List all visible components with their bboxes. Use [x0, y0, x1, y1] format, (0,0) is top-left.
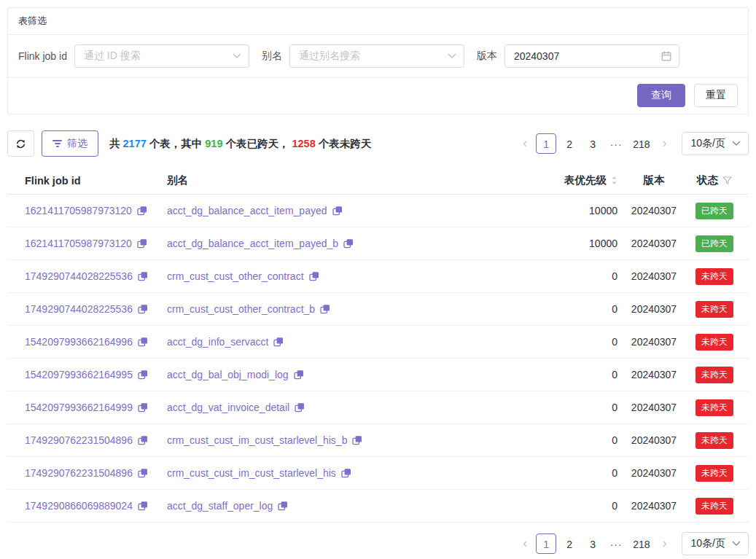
page-button-2[interactable]: 2 [559, 533, 580, 554]
flink-job-id-link[interactable]: 1542097993662164995 [25, 369, 133, 380]
flink-job-id-link[interactable]: 1542097993662164999 [25, 402, 133, 413]
copy-icon[interactable] [309, 271, 319, 281]
filter-funnel-icon[interactable] [722, 176, 732, 185]
column-header-status-label: 状态 [697, 173, 718, 187]
copy-icon[interactable] [278, 501, 288, 511]
page-button-1[interactable]: 1 [536, 533, 556, 554]
sort-icon[interactable] [611, 176, 617, 184]
copy-icon[interactable] [137, 206, 147, 216]
column-header-priority-label: 表优先级 [564, 173, 607, 187]
copy-icon[interactable] [137, 238, 147, 249]
alias-link[interactable]: crm_cust_cust_im_cust_starlevel_his_b [167, 434, 347, 446]
cell-flink-job-id: 1749290866069889024 [17, 500, 167, 512]
cell-priority: 0 [530, 434, 617, 446]
filter-panel: 表筛选 Flink job id 通过 ID 搜索 别名 通过别名搜索 版本 [7, 7, 749, 114]
data-table: Flink job id 别名 表优先级 版本 状态 1621411705987… [7, 167, 749, 523]
cell-priority: 10000 [530, 205, 617, 216]
refresh-button[interactable] [7, 130, 34, 157]
alias-link[interactable]: acct_dg_balance_acct_item_payed [167, 205, 327, 216]
cell-priority: 0 [530, 467, 617, 479]
query-button[interactable]: 查询 [637, 84, 685, 107]
copy-icon[interactable] [295, 402, 305, 413]
page-ellipsis[interactable]: ··· [606, 533, 626, 554]
cell-flink-job-id: 1542097993662164996 [17, 336, 167, 348]
alias-placeholder: 通过别名搜索 [299, 50, 448, 63]
cell-priority: 0 [530, 369, 617, 380]
page-button-1[interactable]: 1 [536, 133, 556, 154]
flink-job-id-select[interactable]: 通过 ID 搜索 [74, 44, 249, 68]
alias-link[interactable]: crm_cust_cust_other_contract_b [167, 303, 315, 315]
flink-job-id-link[interactable]: 1749290744028225536 [25, 303, 133, 315]
copy-icon[interactable] [352, 435, 362, 445]
flink-job-id-link[interactable]: 1621411705987973120 [25, 205, 132, 216]
summary-total-count: 2177 [123, 138, 147, 149]
copy-icon[interactable] [138, 501, 148, 511]
filter-toolbar-button[interactable]: 筛选 [42, 130, 98, 157]
copy-icon[interactable] [320, 304, 330, 314]
alias-link[interactable]: acct_dg_balance_acct_item_payed_b [167, 238, 338, 249]
flink-job-id-link[interactable]: 1749290866069889024 [25, 500, 133, 512]
page-button-2[interactable]: 2 [559, 133, 580, 154]
column-header-flink-job-id: Flink job id [17, 175, 167, 187]
flink-job-id-link[interactable]: 1621411705987973120 [25, 238, 132, 249]
page-size-select[interactable]: 10条/页 [682, 132, 749, 155]
status-badge: 未跨天 [695, 465, 733, 482]
flink-job-id-link[interactable]: 1749290762231504896 [25, 434, 133, 446]
summary-text: 共 [109, 138, 120, 149]
alias-select[interactable]: 通过别名搜索 [289, 44, 464, 68]
cell-version: 20240307 [617, 205, 690, 216]
page-button-3[interactable]: 3 [582, 133, 603, 154]
version-date-input[interactable]: 20240307 [504, 44, 679, 68]
cell-flink-job-id: 1749290744028225536 [17, 270, 167, 282]
flink-job-id-link[interactable]: 1749290762231504896 [25, 467, 133, 479]
flink-job-id-link[interactable]: 1542097993662164996 [25, 336, 133, 348]
copy-icon[interactable] [294, 370, 304, 380]
page-size-select[interactable]: 10条/页 [682, 532, 749, 555]
version-value: 20240307 [514, 50, 661, 62]
copy-icon[interactable] [138, 271, 148, 281]
cell-version: 20240307 [617, 467, 690, 479]
prev-page-button[interactable]: ‹ [515, 133, 534, 154]
copy-icon[interactable] [138, 337, 148, 347]
cell-priority: 0 [530, 402, 617, 413]
copy-icon[interactable] [138, 468, 148, 478]
reset-button[interactable]: 重置 [694, 84, 738, 107]
next-page-button[interactable]: › [655, 533, 674, 554]
summary-text: 个表，其中 [149, 138, 203, 149]
cell-alias: crm_cust_cust_other_contract_b [167, 303, 530, 315]
page-button-218[interactable]: 218 [629, 533, 653, 554]
alias-link[interactable]: acct_dg_info_servacct [167, 336, 268, 348]
alias-link[interactable]: acct_dg_bal_obj_modi_log [167, 369, 289, 380]
alias-label: 别名 [262, 50, 282, 63]
chevron-down-icon [233, 53, 241, 59]
copy-icon[interactable] [138, 370, 148, 380]
next-page-button[interactable]: › [655, 133, 674, 154]
copy-icon[interactable] [138, 435, 148, 445]
table-row: 1542097993662164995 acct_dg_bal_obj_modi… [7, 359, 749, 391]
status-badge: 未跨天 [695, 432, 733, 449]
copy-icon[interactable] [138, 304, 148, 314]
summary-crossed-count: 919 [205, 138, 222, 149]
chevron-down-icon [732, 541, 741, 547]
filter-panel-header: 表筛选 [8, 8, 748, 35]
summary-text: 个表未跨天 [319, 138, 372, 149]
copy-icon[interactable] [343, 238, 354, 249]
page-button-3[interactable]: 3 [582, 533, 603, 554]
copy-icon[interactable] [332, 206, 343, 216]
copy-icon[interactable] [273, 337, 284, 347]
alias-link[interactable]: acct_dg_vat_invoice_detail [167, 402, 289, 413]
version-field: 版本 20240307 [477, 44, 679, 68]
flink-job-id-link[interactable]: 1749290744028225536 [25, 270, 133, 282]
alias-link[interactable]: crm_cust_cust_other_contract [167, 270, 304, 282]
page-ellipsis[interactable]: ··· [606, 133, 626, 154]
cell-flink-job-id: 1749290744028225536 [17, 303, 167, 315]
copy-icon[interactable] [138, 402, 148, 413]
alias-link[interactable]: acct_dg_staff_oper_log [167, 500, 273, 512]
alias-link[interactable]: crm_cust_cust_im_cust_starlevel_his [167, 467, 336, 479]
prev-page-button[interactable]: ‹ [515, 533, 534, 554]
pagination-top: ‹123···218›10条/页 [515, 132, 749, 155]
cell-flink-job-id: 1749290762231504896 [17, 434, 167, 446]
page-button-218[interactable]: 218 [629, 133, 653, 154]
copy-icon[interactable] [341, 468, 351, 478]
cell-priority: 10000 [530, 238, 617, 249]
